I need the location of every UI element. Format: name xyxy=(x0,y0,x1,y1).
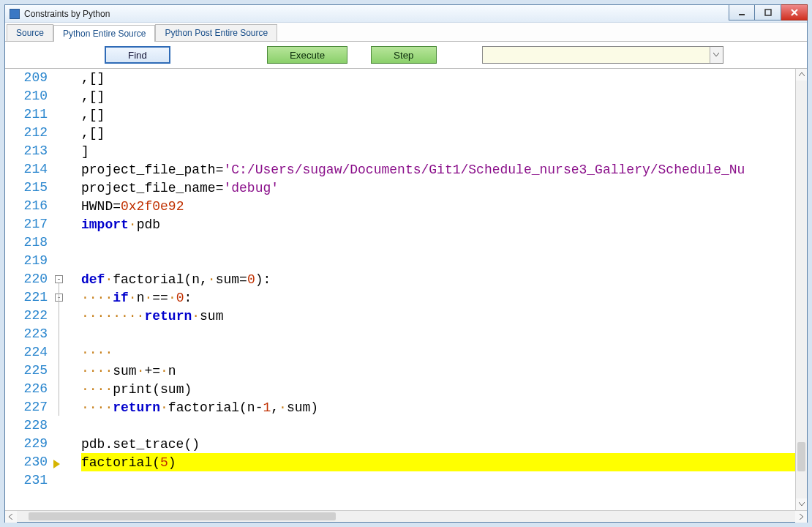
scroll-left-icon[interactable] xyxy=(5,511,17,523)
code-content[interactable]: import·pdb xyxy=(81,215,795,233)
code-content[interactable] xyxy=(81,252,795,270)
code-row[interactable]: 209,[] xyxy=(5,69,795,87)
code-content[interactable] xyxy=(81,471,795,490)
code-row[interactable]: 223 xyxy=(5,325,795,343)
code-row[interactable]: 228 xyxy=(5,416,795,435)
line-number: 210 xyxy=(5,87,48,105)
editor-area: 209,[]210,[]211,[]212,[]213]214project_f… xyxy=(5,68,807,510)
code-row[interactable]: 230factorial(5) xyxy=(5,453,795,471)
code-row[interactable]: 216HWND=0x2f0e92 xyxy=(5,197,795,215)
line-number: 229 xyxy=(5,435,48,453)
step-button[interactable]: Step xyxy=(371,46,436,64)
code-row[interactable]: 227····return·factorial(n-1,·sum) xyxy=(5,398,795,416)
find-button[interactable]: Find xyxy=(105,46,170,64)
line-number: 228 xyxy=(5,416,48,435)
window-title: Constraints by Python xyxy=(24,9,110,19)
code-content[interactable]: pdb.set_trace() xyxy=(81,435,795,453)
line-number: 212 xyxy=(5,124,48,142)
line-number: 213 xyxy=(5,142,48,160)
vertical-scrollbar[interactable] xyxy=(795,69,807,510)
window-controls xyxy=(729,4,808,20)
tab-source[interactable]: Source xyxy=(7,24,53,41)
line-number: 215 xyxy=(5,179,48,197)
code-row[interactable]: 220-def·factorial(n,·sum=0): xyxy=(5,270,795,288)
code-row[interactable]: 213] xyxy=(5,142,795,160)
code-row[interactable]: 224···· xyxy=(5,343,795,362)
minimize-button[interactable] xyxy=(729,4,755,20)
code-row[interactable]: 218 xyxy=(5,233,795,252)
line-number: 221 xyxy=(5,288,48,307)
line-number: 224 xyxy=(5,343,48,362)
combo-box[interactable] xyxy=(482,46,723,64)
code-content[interactable]: factorial(5) xyxy=(81,453,795,471)
code-row[interactable]: 222········return·sum xyxy=(5,307,795,325)
scroll-right-icon[interactable] xyxy=(795,511,807,523)
line-number: 220 xyxy=(5,270,48,288)
code-row[interactable]: 221-····if·n·==·0: xyxy=(5,288,795,307)
code-content[interactable]: ········return·sum xyxy=(81,307,795,325)
scroll-up-icon[interactable] xyxy=(796,69,807,81)
code-row[interactable]: 226····print(sum) xyxy=(5,380,795,398)
svg-rect-0 xyxy=(765,10,771,15)
line-number: 230 xyxy=(5,453,48,471)
code-content[interactable]: ,[] xyxy=(81,69,795,87)
fold-guide xyxy=(59,283,59,416)
current-line-marker-icon xyxy=(53,457,60,472)
code-content[interactable]: ,[] xyxy=(81,105,795,124)
chevron-down-icon[interactable] xyxy=(710,47,723,63)
code-content[interactable]: ,[] xyxy=(81,124,795,142)
app-icon xyxy=(10,9,20,19)
code-content[interactable] xyxy=(81,416,795,435)
close-icon xyxy=(790,8,799,17)
vscroll-thumb[interactable] xyxy=(797,442,805,471)
line-number: 218 xyxy=(5,233,48,252)
execute-button[interactable]: Execute xyxy=(267,46,347,64)
minimize-icon xyxy=(737,8,746,17)
code-row[interactable]: 225····sum·+=·n xyxy=(5,362,795,380)
scroll-down-icon[interactable] xyxy=(796,498,807,510)
title-bar[interactable]: Constraints by Python xyxy=(5,5,807,23)
code-row[interactable]: 219 xyxy=(5,252,795,270)
line-number: 225 xyxy=(5,362,48,380)
code-row[interactable]: 210,[] xyxy=(5,87,795,105)
code-content[interactable] xyxy=(81,325,795,343)
line-number: 223 xyxy=(5,325,48,343)
code-row[interactable]: 212,[] xyxy=(5,124,795,142)
line-number: 217 xyxy=(5,215,48,233)
line-number: 209 xyxy=(5,69,48,87)
tab-python-post-entire-source[interactable]: Python Post Entire Source xyxy=(155,24,277,41)
code-content[interactable]: project_file_name='debug' xyxy=(81,179,795,197)
tab-bar: SourcePython Entire SourcePython Post En… xyxy=(5,23,807,42)
code-content[interactable]: HWND=0x2f0e92 xyxy=(81,197,795,215)
line-number: 226 xyxy=(5,380,48,398)
code-content[interactable]: ] xyxy=(81,142,795,160)
code-content[interactable]: ····sum·+=·n xyxy=(81,362,795,380)
code-content[interactable] xyxy=(81,233,795,252)
code-content[interactable]: ····return·factorial(n-1,·sum) xyxy=(81,398,795,416)
close-button[interactable] xyxy=(781,4,808,20)
code-content[interactable]: ····if·n·==·0: xyxy=(81,288,795,307)
code-row[interactable]: 229pdb.set_trace() xyxy=(5,435,795,453)
code-row[interactable]: 231 xyxy=(5,471,795,490)
code-row[interactable]: 211,[] xyxy=(5,105,795,124)
code-row[interactable]: 215project_file_name='debug' xyxy=(5,179,795,197)
horizontal-scrollbar[interactable] xyxy=(5,510,807,522)
maximize-button[interactable] xyxy=(755,4,781,20)
maximize-icon xyxy=(764,8,772,17)
code-editor[interactable]: 209,[]210,[]211,[]212,[]213]214project_f… xyxy=(5,69,795,510)
fold-toggle-icon[interactable]: - xyxy=(55,275,63,283)
line-number: 216 xyxy=(5,197,48,215)
code-content[interactable]: ····print(sum) xyxy=(81,380,795,398)
code-content[interactable]: def·factorial(n,·sum=0): xyxy=(81,270,795,288)
hscroll-thumb[interactable] xyxy=(29,512,336,520)
code-content[interactable]: ,[] xyxy=(81,87,795,105)
code-row[interactable]: 217import·pdb xyxy=(5,215,795,233)
app-window: Constraints by Python SourcePython Entir… xyxy=(4,4,808,523)
hscroll-track[interactable] xyxy=(17,511,795,522)
code-content[interactable]: ···· xyxy=(81,343,795,362)
code-content[interactable]: project_file_path='C:/Users/sugaw/Docume… xyxy=(81,160,795,179)
line-number: 214 xyxy=(5,160,48,179)
line-number: 211 xyxy=(5,105,48,124)
code-row[interactable]: 214project_file_path='C:/Users/sugaw/Doc… xyxy=(5,160,795,179)
tab-python-entire-source[interactable]: Python Entire Source xyxy=(53,25,155,42)
